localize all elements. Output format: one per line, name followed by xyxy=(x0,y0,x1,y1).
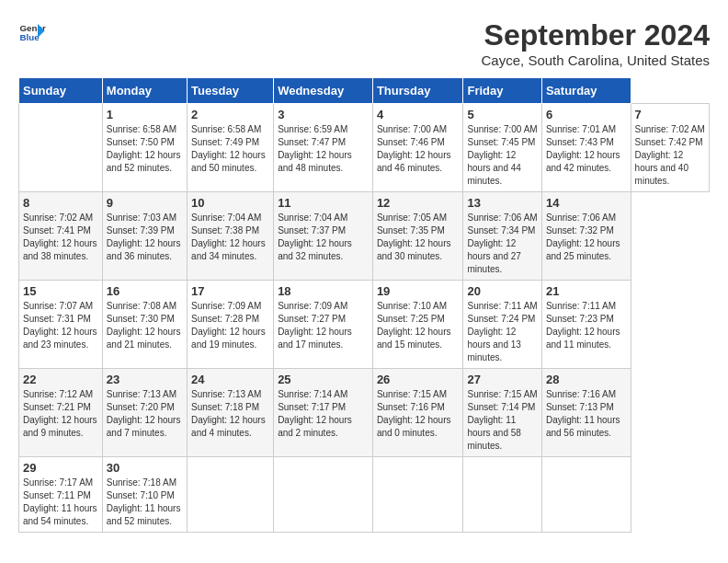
day-number: 18 xyxy=(278,284,369,298)
cell-content: Sunrise: 7:00 AMSunset: 7:45 PMDaylight:… xyxy=(467,123,537,188)
cell-content: Sunrise: 7:13 AMSunset: 7:18 PMDaylight:… xyxy=(191,388,269,440)
column-header-sunday: Sunday xyxy=(19,78,103,104)
calendar-cell: 7Sunrise: 7:02 AMSunset: 7:42 PMDaylight… xyxy=(631,104,709,192)
column-header-wednesday: Wednesday xyxy=(274,78,373,104)
header-row: SundayMondayTuesdayWednesdayThursdayFrid… xyxy=(19,78,710,104)
cell-content: Sunrise: 6:58 AMSunset: 7:49 PMDaylight:… xyxy=(191,123,269,175)
day-number: 4 xyxy=(377,108,460,121)
cell-content: Sunrise: 7:06 AMSunset: 7:32 PMDaylight:… xyxy=(546,212,627,263)
calendar-cell: 22Sunrise: 7:12 AMSunset: 7:21 PMDayligh… xyxy=(19,369,103,457)
calendar-cell: 23Sunrise: 7:13 AMSunset: 7:20 PMDayligh… xyxy=(102,369,187,457)
day-number: 27 xyxy=(467,373,537,386)
calendar-cell: 17Sunrise: 7:09 AMSunset: 7:28 PMDayligh… xyxy=(188,281,274,369)
calendar-cell: 14Sunrise: 7:06 AMSunset: 7:32 PMDayligh… xyxy=(541,192,631,281)
calendar-cell: 20Sunrise: 7:11 AMSunset: 7:24 PMDayligh… xyxy=(463,281,541,369)
day-number: 14 xyxy=(546,196,627,210)
day-number: 20 xyxy=(467,284,537,298)
calendar-cell: 24Sunrise: 7:13 AMSunset: 7:18 PMDayligh… xyxy=(188,369,274,457)
cell-content: Sunrise: 7:07 AMSunset: 7:31 PMDaylight:… xyxy=(23,300,98,351)
day-number: 24 xyxy=(191,373,269,386)
calendar-cell: 9Sunrise: 7:03 AMSunset: 7:39 PMDaylight… xyxy=(102,192,187,281)
column-header-thursday: Thursday xyxy=(372,78,463,104)
calendar-cell: 29Sunrise: 7:17 AMSunset: 7:11 PMDayligh… xyxy=(19,457,103,533)
calendar-cell: 6Sunrise: 7:01 AMSunset: 7:43 PMDaylight… xyxy=(541,104,631,192)
calendar-cell: 3Sunrise: 6:59 AMSunset: 7:47 PMDaylight… xyxy=(274,104,373,192)
column-header-monday: Monday xyxy=(102,78,187,104)
calendar-cell: 1Sunrise: 6:58 AMSunset: 7:50 PMDaylight… xyxy=(102,104,187,192)
day-number: 17 xyxy=(191,284,269,298)
day-number: 22 xyxy=(23,373,98,386)
day-number: 13 xyxy=(467,196,537,210)
calendar-week-4: 22Sunrise: 7:12 AMSunset: 7:21 PMDayligh… xyxy=(19,369,710,457)
cell-content: Sunrise: 7:16 AMSunset: 7:13 PMDaylight:… xyxy=(546,388,627,440)
day-number: 23 xyxy=(107,373,183,386)
calendar-cell: 12Sunrise: 7:05 AMSunset: 7:35 PMDayligh… xyxy=(372,192,463,281)
calendar-cell: 25Sunrise: 7:14 AMSunset: 7:17 PMDayligh… xyxy=(274,369,373,457)
cell-content: Sunrise: 7:02 AMSunset: 7:42 PMDaylight:… xyxy=(635,123,705,188)
column-header-friday: Friday xyxy=(463,78,541,104)
cell-content: Sunrise: 7:15 AMSunset: 7:16 PMDaylight:… xyxy=(377,388,460,440)
calendar-cell: 18Sunrise: 7:09 AMSunset: 7:27 PMDayligh… xyxy=(274,281,373,369)
cell-content: Sunrise: 7:03 AMSunset: 7:39 PMDaylight:… xyxy=(107,212,183,263)
logo: General Blue xyxy=(18,18,46,46)
calendar-cell: 21Sunrise: 7:11 AMSunset: 7:23 PMDayligh… xyxy=(541,281,631,369)
calendar-cell: 2Sunrise: 6:58 AMSunset: 7:49 PMDaylight… xyxy=(188,104,274,192)
day-number: 30 xyxy=(107,461,183,475)
cell-content: Sunrise: 7:04 AMSunset: 7:37 PMDaylight:… xyxy=(278,212,369,263)
day-number: 5 xyxy=(467,108,537,121)
cell-content: Sunrise: 7:06 AMSunset: 7:34 PMDaylight:… xyxy=(467,212,537,276)
calendar-cell xyxy=(19,104,103,192)
calendar-cell xyxy=(463,457,541,533)
calendar-cell: 8Sunrise: 7:02 AMSunset: 7:41 PMDaylight… xyxy=(19,192,103,281)
cell-content: Sunrise: 6:59 AMSunset: 7:47 PMDaylight:… xyxy=(278,123,369,175)
day-number: 15 xyxy=(23,284,98,298)
calendar-cell: 11Sunrise: 7:04 AMSunset: 7:37 PMDayligh… xyxy=(274,192,373,281)
cell-content: Sunrise: 7:11 AMSunset: 7:23 PMDaylight:… xyxy=(546,300,627,351)
calendar-cell: 10Sunrise: 7:04 AMSunset: 7:38 PMDayligh… xyxy=(188,192,274,281)
calendar-cell xyxy=(274,457,373,533)
cell-content: Sunrise: 7:17 AMSunset: 7:11 PMDaylight:… xyxy=(23,477,98,528)
day-number: 16 xyxy=(107,284,183,298)
calendar-cell xyxy=(541,457,631,533)
cell-content: Sunrise: 7:09 AMSunset: 7:27 PMDaylight:… xyxy=(278,300,369,351)
logo-icon: General Blue xyxy=(18,18,46,46)
cell-content: Sunrise: 7:01 AMSunset: 7:43 PMDaylight:… xyxy=(546,123,627,175)
day-number: 3 xyxy=(278,108,369,121)
day-number: 21 xyxy=(546,284,627,298)
cell-content: Sunrise: 7:12 AMSunset: 7:21 PMDaylight:… xyxy=(23,388,98,440)
calendar-cell: 15Sunrise: 7:07 AMSunset: 7:31 PMDayligh… xyxy=(19,281,103,369)
day-number: 12 xyxy=(377,196,460,210)
calendar-week-5: 29Sunrise: 7:17 AMSunset: 7:11 PMDayligh… xyxy=(19,457,710,533)
calendar-table: SundayMondayTuesdayWednesdayThursdayFrid… xyxy=(18,77,710,533)
cell-content: Sunrise: 7:04 AMSunset: 7:38 PMDaylight:… xyxy=(191,212,269,263)
calendar-cell: 27Sunrise: 7:15 AMSunset: 7:14 PMDayligh… xyxy=(463,369,541,457)
day-number: 9 xyxy=(107,196,183,210)
calendar-cell: 26Sunrise: 7:15 AMSunset: 7:16 PMDayligh… xyxy=(372,369,463,457)
cell-content: Sunrise: 7:15 AMSunset: 7:14 PMDaylight:… xyxy=(467,388,537,453)
calendar-week-2: 8Sunrise: 7:02 AMSunset: 7:41 PMDaylight… xyxy=(19,192,710,281)
cell-content: Sunrise: 7:05 AMSunset: 7:35 PMDaylight:… xyxy=(377,212,460,263)
day-number: 7 xyxy=(635,108,705,121)
column-header-saturday: Saturday xyxy=(541,78,631,104)
calendar-cell: 19Sunrise: 7:10 AMSunset: 7:25 PMDayligh… xyxy=(372,281,463,369)
cell-content: Sunrise: 7:10 AMSunset: 7:25 PMDaylight:… xyxy=(377,300,460,351)
calendar-week-1: 1Sunrise: 6:58 AMSunset: 7:50 PMDaylight… xyxy=(19,104,710,192)
day-number: 6 xyxy=(546,108,627,121)
day-number: 2 xyxy=(191,108,269,121)
calendar-cell: 13Sunrise: 7:06 AMSunset: 7:34 PMDayligh… xyxy=(463,192,541,281)
cell-content: Sunrise: 7:08 AMSunset: 7:30 PMDaylight:… xyxy=(107,300,183,351)
day-number: 10 xyxy=(191,196,269,210)
cell-content: Sunrise: 7:00 AMSunset: 7:46 PMDaylight:… xyxy=(377,123,460,175)
cell-content: Sunrise: 7:13 AMSunset: 7:20 PMDaylight:… xyxy=(107,388,183,440)
day-number: 25 xyxy=(278,373,369,386)
day-number: 26 xyxy=(377,373,460,386)
day-number: 28 xyxy=(546,373,627,386)
day-number: 1 xyxy=(107,108,183,121)
cell-content: Sunrise: 6:58 AMSunset: 7:50 PMDaylight:… xyxy=(107,123,183,175)
day-number: 11 xyxy=(278,196,369,210)
calendar-cell: 28Sunrise: 7:16 AMSunset: 7:13 PMDayligh… xyxy=(541,369,631,457)
calendar-cell: 5Sunrise: 7:00 AMSunset: 7:45 PMDaylight… xyxy=(463,104,541,192)
cell-content: Sunrise: 7:02 AMSunset: 7:41 PMDaylight:… xyxy=(23,212,98,263)
calendar-week-3: 15Sunrise: 7:07 AMSunset: 7:31 PMDayligh… xyxy=(19,281,710,369)
calendar-cell: 16Sunrise: 7:08 AMSunset: 7:30 PMDayligh… xyxy=(102,281,187,369)
